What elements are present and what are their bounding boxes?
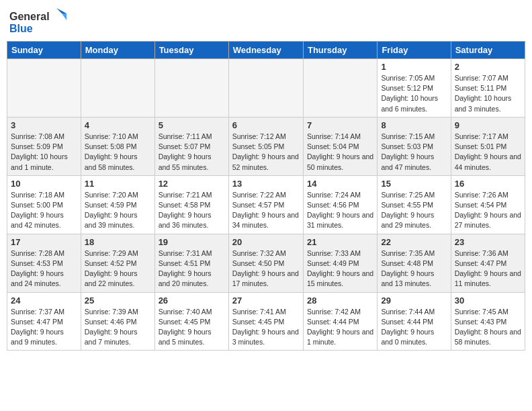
day-info: Sunrise: 7:32 AMSunset: 4:50 PMDaylight:… bbox=[232, 248, 300, 289]
day-number: 25 bbox=[85, 295, 151, 306]
day-info: Sunrise: 7:35 AMSunset: 4:48 PMDaylight:… bbox=[381, 248, 447, 289]
day-info: Sunrise: 7:37 AMSunset: 4:47 PMDaylight:… bbox=[11, 307, 77, 348]
day-info: Sunrise: 7:42 AMSunset: 4:44 PMDaylight:… bbox=[307, 307, 373, 348]
day-cell: 6Sunrise: 7:12 AMSunset: 5:05 PMDaylight… bbox=[228, 117, 303, 175]
day-cell: 18Sunrise: 7:29 AMSunset: 4:52 PMDayligh… bbox=[81, 234, 154, 292]
day-info: Sunrise: 7:45 AMSunset: 4:43 PMDaylight:… bbox=[455, 307, 521, 348]
day-number: 20 bbox=[232, 237, 300, 247]
day-number: 10 bbox=[11, 179, 77, 189]
week-row-4: 24Sunrise: 7:37 AMSunset: 4:47 PMDayligh… bbox=[7, 292, 525, 351]
day-info: Sunrise: 7:25 AMSunset: 4:55 PMDaylight:… bbox=[381, 190, 447, 231]
day-info: Sunrise: 7:44 AMSunset: 4:44 PMDaylight:… bbox=[381, 307, 447, 348]
day-number: 7 bbox=[307, 120, 373, 130]
day-header-thursday: Thursday bbox=[303, 42, 377, 59]
day-info: Sunrise: 7:07 AMSunset: 5:11 PMDaylight:… bbox=[455, 73, 521, 114]
day-info: Sunrise: 7:17 AMSunset: 5:01 PMDaylight:… bbox=[455, 132, 521, 173]
day-info: Sunrise: 7:29 AMSunset: 4:52 PMDaylight:… bbox=[85, 248, 151, 289]
day-number: 3 bbox=[11, 120, 77, 130]
day-number: 28 bbox=[307, 295, 373, 306]
day-number: 6 bbox=[232, 120, 300, 130]
day-number: 18 bbox=[85, 237, 151, 247]
week-row-1: 3Sunrise: 7:08 AMSunset: 5:09 PMDaylight… bbox=[7, 117, 525, 175]
day-number: 23 bbox=[455, 237, 521, 247]
week-row-2: 10Sunrise: 7:18 AMSunset: 5:00 PMDayligh… bbox=[7, 175, 525, 234]
day-cell: 21Sunrise: 7:33 AMSunset: 4:49 PMDayligh… bbox=[303, 234, 377, 292]
day-header-sunday: Sunday bbox=[7, 42, 81, 59]
day-cell: 29Sunrise: 7:44 AMSunset: 4:44 PMDayligh… bbox=[378, 292, 451, 351]
day-cell: 19Sunrise: 7:31 AMSunset: 4:51 PMDayligh… bbox=[154, 234, 228, 292]
logo-svg: GeneralBlue bbox=[9, 7, 70, 37]
day-info: Sunrise: 7:36 AMSunset: 4:47 PMDaylight:… bbox=[455, 248, 521, 289]
day-number: 24 bbox=[11, 295, 77, 306]
day-info: Sunrise: 7:33 AMSunset: 4:49 PMDaylight:… bbox=[307, 248, 373, 289]
day-cell: 10Sunrise: 7:18 AMSunset: 5:00 PMDayligh… bbox=[7, 175, 81, 234]
day-info: Sunrise: 7:10 AMSunset: 5:08 PMDaylight:… bbox=[85, 132, 151, 173]
day-cell: 15Sunrise: 7:25 AMSunset: 4:55 PMDayligh… bbox=[378, 175, 451, 234]
day-info: Sunrise: 7:21 AMSunset: 4:58 PMDaylight:… bbox=[159, 190, 225, 231]
day-info: Sunrise: 7:14 AMSunset: 5:04 PMDaylight:… bbox=[307, 132, 373, 173]
day-info: Sunrise: 7:05 AMSunset: 5:12 PMDaylight:… bbox=[381, 73, 447, 114]
day-cell: 12Sunrise: 7:21 AMSunset: 4:58 PMDayligh… bbox=[154, 175, 228, 234]
day-info: Sunrise: 7:31 AMSunset: 4:51 PMDaylight:… bbox=[159, 248, 225, 289]
week-row-3: 17Sunrise: 7:28 AMSunset: 4:53 PMDayligh… bbox=[7, 234, 525, 292]
day-number: 27 bbox=[232, 295, 300, 306]
day-cell: 25Sunrise: 7:39 AMSunset: 4:46 PMDayligh… bbox=[81, 292, 154, 351]
day-cell: 14Sunrise: 7:24 AMSunset: 4:56 PMDayligh… bbox=[303, 175, 377, 234]
day-cell: 23Sunrise: 7:36 AMSunset: 4:47 PMDayligh… bbox=[451, 234, 525, 292]
day-number: 16 bbox=[455, 179, 521, 189]
day-cell: 2Sunrise: 7:07 AMSunset: 5:11 PMDaylight… bbox=[451, 59, 525, 118]
day-cell: 5Sunrise: 7:11 AMSunset: 5:07 PMDaylight… bbox=[154, 117, 228, 175]
svg-marker-3 bbox=[62, 13, 66, 20]
day-cell: 30Sunrise: 7:45 AMSunset: 4:43 PMDayligh… bbox=[451, 292, 525, 351]
day-number: 14 bbox=[307, 179, 373, 189]
day-cell: 17Sunrise: 7:28 AMSunset: 4:53 PMDayligh… bbox=[7, 234, 81, 292]
day-number: 5 bbox=[159, 120, 225, 130]
day-info: Sunrise: 7:39 AMSunset: 4:46 PMDaylight:… bbox=[85, 307, 151, 348]
day-number: 30 bbox=[455, 295, 521, 306]
day-cell: 27Sunrise: 7:41 AMSunset: 4:45 PMDayligh… bbox=[228, 292, 303, 351]
day-number: 13 bbox=[232, 179, 300, 189]
page-header: GeneralBlue bbox=[7, 7, 525, 37]
day-number: 4 bbox=[85, 120, 151, 130]
svg-text:General: General bbox=[9, 11, 50, 22]
day-header-friday: Friday bbox=[378, 42, 451, 59]
day-cell: 26Sunrise: 7:40 AMSunset: 4:45 PMDayligh… bbox=[154, 292, 228, 351]
day-info: Sunrise: 7:20 AMSunset: 4:59 PMDaylight:… bbox=[85, 190, 151, 231]
day-cell: 9Sunrise: 7:17 AMSunset: 5:01 PMDaylight… bbox=[451, 117, 525, 175]
day-number: 15 bbox=[381, 179, 447, 189]
day-headers-row: SundayMondayTuesdayWednesdayThursdayFrid… bbox=[7, 42, 525, 59]
day-number: 29 bbox=[381, 295, 447, 306]
day-number: 21 bbox=[307, 237, 373, 247]
calendar-table: SundayMondayTuesdayWednesdayThursdayFrid… bbox=[7, 41, 525, 351]
day-cell: 28Sunrise: 7:42 AMSunset: 4:44 PMDayligh… bbox=[303, 292, 377, 351]
day-number: 2 bbox=[455, 62, 521, 72]
day-info: Sunrise: 7:15 AMSunset: 5:03 PMDaylight:… bbox=[381, 132, 447, 173]
day-cell: 24Sunrise: 7:37 AMSunset: 4:47 PMDayligh… bbox=[7, 292, 81, 351]
day-header-wednesday: Wednesday bbox=[228, 42, 303, 59]
day-number: 22 bbox=[381, 237, 447, 247]
day-info: Sunrise: 7:26 AMSunset: 4:54 PMDaylight:… bbox=[455, 190, 521, 231]
day-cell bbox=[228, 59, 303, 118]
svg-marker-2 bbox=[56, 8, 66, 13]
day-header-monday: Monday bbox=[81, 42, 154, 59]
day-number: 8 bbox=[381, 120, 447, 130]
day-header-saturday: Saturday bbox=[451, 42, 525, 59]
day-info: Sunrise: 7:40 AMSunset: 4:45 PMDaylight:… bbox=[159, 307, 225, 348]
day-cell: 3Sunrise: 7:08 AMSunset: 5:09 PMDaylight… bbox=[7, 117, 81, 175]
day-cell: 20Sunrise: 7:32 AMSunset: 4:50 PMDayligh… bbox=[228, 234, 303, 292]
day-header-tuesday: Tuesday bbox=[154, 42, 228, 59]
logo: GeneralBlue bbox=[9, 7, 70, 37]
day-cell: 4Sunrise: 7:10 AMSunset: 5:08 PMDaylight… bbox=[81, 117, 154, 175]
day-info: Sunrise: 7:12 AMSunset: 5:05 PMDaylight:… bbox=[232, 132, 300, 173]
day-number: 17 bbox=[11, 237, 77, 247]
day-cell: 13Sunrise: 7:22 AMSunset: 4:57 PMDayligh… bbox=[228, 175, 303, 234]
week-row-0: 1Sunrise: 7:05 AMSunset: 5:12 PMDaylight… bbox=[7, 59, 525, 118]
day-info: Sunrise: 7:11 AMSunset: 5:07 PMDaylight:… bbox=[159, 132, 225, 173]
day-info: Sunrise: 7:18 AMSunset: 5:00 PMDaylight:… bbox=[11, 190, 77, 231]
svg-text:Blue: Blue bbox=[9, 23, 33, 34]
day-number: 9 bbox=[455, 120, 521, 130]
day-cell: 22Sunrise: 7:35 AMSunset: 4:48 PMDayligh… bbox=[378, 234, 451, 292]
day-number: 26 bbox=[159, 295, 225, 306]
day-cell: 16Sunrise: 7:26 AMSunset: 4:54 PMDayligh… bbox=[451, 175, 525, 234]
day-info: Sunrise: 7:28 AMSunset: 4:53 PMDaylight:… bbox=[11, 248, 77, 289]
